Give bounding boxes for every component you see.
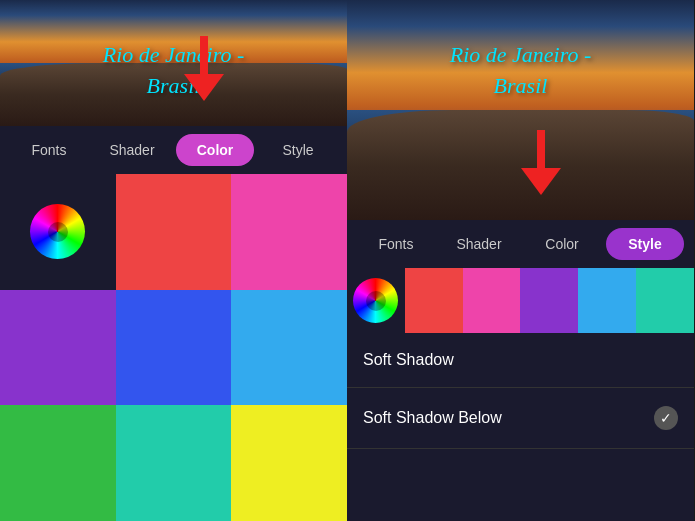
color-small-lightblue[interactable]: [578, 268, 636, 333]
color-cell-blue[interactable]: [116, 290, 232, 406]
svg-marker-3: [521, 168, 561, 195]
style-item-soft-shadow[interactable]: Soft Shadow: [347, 333, 694, 388]
tab-bar-left: Fonts Shader Color Style: [0, 126, 347, 174]
color-cell-purple[interactable]: [0, 290, 116, 406]
check-icon: ✓: [654, 406, 678, 430]
color-small-red[interactable]: [405, 268, 463, 333]
tab-bar-right: Fonts Shader Color Style: [347, 220, 694, 268]
color-cell-lightblue[interactable]: [231, 290, 347, 406]
tab-fonts-right[interactable]: Fonts: [357, 228, 435, 260]
color-wheel-icon: [30, 204, 85, 259]
color-cell-red[interactable]: [116, 174, 232, 290]
overlay-text-right: Rio de Janeiro -Brasil: [421, 40, 621, 102]
color-wheel-cell[interactable]: [0, 174, 116, 290]
color-panel: Rio de Janeiro -Brasil Fonts Shader Colo…: [0, 0, 347, 521]
color-grid-left: [0, 174, 347, 521]
svg-marker-1: [184, 74, 224, 101]
tab-style-left[interactable]: Style: [259, 134, 337, 166]
style-item-label-soft-shadow: Soft Shadow: [363, 351, 454, 369]
style-panel: Rio de Janeiro -Brasil Fonts Shader Colo…: [347, 0, 694, 521]
tab-fonts-left[interactable]: Fonts: [10, 134, 88, 166]
tab-shader-left[interactable]: Shader: [93, 134, 171, 166]
color-cell-yellow[interactable]: [231, 405, 347, 521]
color-small-teal[interactable]: [636, 268, 694, 333]
color-wheel-cell-right[interactable]: [347, 268, 405, 333]
tab-shader-right[interactable]: Shader: [440, 228, 518, 260]
style-item-label-soft-shadow-below: Soft Shadow Below: [363, 409, 502, 427]
arrow-right: [511, 130, 571, 200]
color-small-pink[interactable]: [463, 268, 521, 333]
tab-style-right[interactable]: Style: [606, 228, 684, 260]
style-list: Soft Shadow Soft Shadow Below ✓: [347, 333, 694, 521]
image-area-left: Rio de Janeiro -Brasil: [0, 0, 347, 126]
tab-color-left[interactable]: Color: [176, 134, 254, 166]
image-area-right: Rio de Janeiro -Brasil: [347, 0, 694, 220]
color-row-right: [347, 268, 694, 333]
color-cell-green[interactable]: [0, 405, 116, 521]
color-cell-teal[interactable]: [116, 405, 232, 521]
color-wheel-icon-right: [353, 278, 398, 323]
color-small-purple[interactable]: [520, 268, 578, 333]
tab-color-right[interactable]: Color: [523, 228, 601, 260]
style-item-soft-shadow-below[interactable]: Soft Shadow Below ✓: [347, 388, 694, 449]
color-cell-pink[interactable]: [231, 174, 347, 290]
arrow-left: [174, 36, 234, 106]
